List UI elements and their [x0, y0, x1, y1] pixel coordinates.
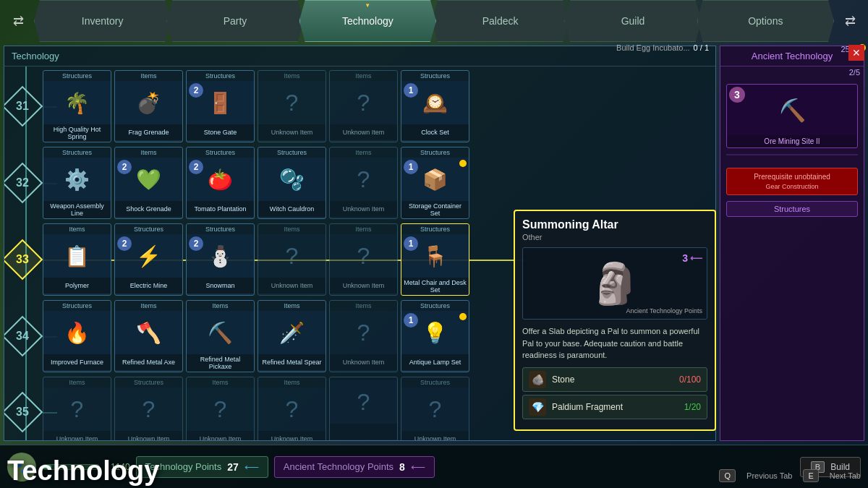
- detail-points-arrow: ⟵: [690, 253, 702, 263]
- ancient-structures-tab[interactable]: Structures: [726, 201, 858, 217]
- detail-points-val: 3 ⟵: [682, 252, 702, 264]
- detail-description: Offer a Slab depicting a Pal to summon a…: [522, 325, 707, 361]
- item-unknown-35-3[interactable]: Items ? Unknown Item: [186, 377, 255, 441]
- build-egg-label: Build Egg Incubato...: [616, 43, 690, 52]
- footer-title: Technology: [7, 455, 159, 487]
- item-unknown-32-5[interactable]: Items ? Unknown Item: [329, 147, 398, 219]
- nav-bar: ⇄ Inventory Party ▼ Technology Paldeck G…: [0, 0, 868, 42]
- item-improved-furnace[interactable]: Structures 🔥 Improved Furnace: [43, 300, 111, 372]
- tech-row-32: 32 Structures ⚙️ Weapon Assembly Line It…: [8, 147, 712, 219]
- prereq-sub: Gear Construction: [731, 183, 853, 190]
- item-witch-cauldron[interactable]: Structures 🫧 Witch Cauldron: [258, 147, 326, 219]
- ancient-points-box: Ancient Technology Points 8 ⟵: [274, 456, 435, 478]
- item-unknown-31-5[interactable]: Items ? Unknown Item: [329, 70, 398, 142]
- detail-title: Summoning Altar: [522, 218, 707, 231]
- level-32-diamond[interactable]: 32: [4, 163, 43, 204]
- ancient-badge: 3: [729, 87, 745, 103]
- build-egg-bar: Build Egg Incubato... 0 / 1: [616, 43, 709, 52]
- next-tab-label: Next Tab: [830, 471, 861, 480]
- ancient-points-val: 8: [399, 461, 405, 473]
- level-33-label: 33: [16, 253, 29, 266]
- stone-count: 0/100: [679, 374, 701, 385]
- tomato-badge: 2: [189, 160, 203, 174]
- item-weapon-assembly[interactable]: Structures ⚙️ Weapon Assembly Line: [43, 147, 111, 219]
- detail-img-area: 🗿 3 ⟵ Ancient Technology Points: [522, 247, 707, 320]
- tech-panel-title: Technology: [4, 46, 715, 67]
- close-button[interactable]: ✕: [848, 45, 864, 61]
- item-tomato-plantation[interactable]: Structures 2 🍅 Tomato Plantation: [186, 147, 255, 219]
- ancient-divider: [726, 154, 858, 155]
- paldium-icon: 💎: [529, 398, 546, 416]
- item-refined-pickaxe[interactable]: Items ⛏️ Refined Metal Pickaxe: [186, 300, 255, 372]
- metal-chair-badge: 1: [404, 236, 418, 251]
- item-snowman[interactable]: Structures 2 ⛄ Snowman: [186, 223, 255, 296]
- clock-set-badge: 1: [404, 83, 418, 98]
- ancient-points-arrow: ⟵: [411, 461, 425, 473]
- detail-points-label: Ancient Technology Points: [626, 307, 702, 314]
- item-frag-grenade[interactable]: Items 💣 Frag Grenade: [114, 70, 183, 142]
- item-high-quality-hot-spring[interactable]: Structures 🌴 High Quality Hot Spring: [43, 70, 111, 142]
- shock-grenade-badge: 2: [117, 160, 132, 174]
- row-32-items: Structures ⚙️ Weapon Assembly Line Items…: [43, 147, 469, 219]
- prereq-text: Prerequisite unobtained: [731, 173, 853, 181]
- item-unknown-35-5[interactable]: ?: [329, 377, 398, 441]
- item-unknown-35-6[interactable]: Structures ? Unknown Item: [401, 377, 469, 441]
- row-31-items: Structures 🌴 High Quality Hot Spring Ite…: [43, 70, 469, 142]
- row-34-items: Structures 🔥 Improved Furnace Items 🪓 Re…: [43, 300, 469, 372]
- level-31-diamond[interactable]: 31: [4, 86, 43, 127]
- item-unknown-34-5[interactable]: Items ? Unknown Item: [329, 300, 398, 372]
- ancient-points-label: Ancient Technology Points: [284, 461, 393, 472]
- gold-dot-34: [459, 313, 467, 320]
- prev-tab-key: Q: [719, 469, 736, 482]
- stone-gate-badge: 2: [189, 83, 203, 98]
- item-refined-axe[interactable]: Items 🪓 Refined Metal Axe: [114, 300, 183, 372]
- stone-label: Stone: [552, 374, 679, 385]
- ancient-item-ore-mining[interactable]: 3 ⛏️ Ore Mining Site II: [726, 84, 858, 148]
- ancient-item-img: 3 ⛏️: [727, 85, 857, 135]
- level-35-diamond[interactable]: 35: [4, 392, 43, 433]
- tab-technology[interactable]: ▼ Technology: [299, 0, 436, 42]
- electric-mine-badge: 2: [117, 236, 132, 251]
- ancient-panel-counter: 2/5: [720, 67, 864, 78]
- build-egg-counter: 0 / 1: [694, 43, 709, 52]
- level-34-label: 34: [16, 330, 29, 343]
- ancient-item-name: Ore Mining Site II: [727, 135, 857, 147]
- item-unknown-33-4[interactable]: Items ? Unknown Item: [258, 223, 326, 296]
- level-34-diamond[interactable]: 34: [4, 316, 43, 357]
- row-35-items: Items ? Unknown Item Structures ? Unknow…: [43, 377, 469, 441]
- tech-row-31: 31 Structures 🌴 High Quality Hot Spring …: [8, 70, 712, 142]
- tab-options[interactable]: Options: [697, 0, 834, 42]
- swap-right-icon[interactable]: ⇄: [832, 0, 868, 42]
- tab-inventory[interactable]: Inventory: [34, 0, 171, 42]
- snowman-badge: 2: [189, 236, 203, 251]
- item-storage-container[interactable]: Structures 1 📦 Storage Container Set: [401, 147, 469, 219]
- item-unknown-35-2[interactable]: Structures ? Unknown Item: [114, 377, 183, 441]
- item-antique-lamp[interactable]: Structures 1 💡 Antique Lamp Set: [401, 300, 469, 372]
- item-shock-grenade[interactable]: Items 2 💚 Shock Grenade: [114, 147, 183, 219]
- item-metal-chair[interactable]: Structures 1 🪑 Metal Chair and Desk Set: [401, 223, 469, 296]
- level-33-diamond[interactable]: 33: [4, 239, 43, 281]
- tab-paldeck-label: Paldeck: [482, 15, 519, 27]
- detail-type: Other: [522, 233, 707, 241]
- tab-paldeck[interactable]: Paldeck: [432, 0, 569, 42]
- item-refined-spear[interactable]: Items 🗡️ Refined Metal Spear: [258, 300, 326, 372]
- main-content: Technology 31 Structures 🌴 High Quality …: [0, 42, 868, 445]
- next-tab-key: E: [803, 469, 818, 482]
- prereq-box: Prerequisite unobtained Gear Constructio…: [726, 168, 858, 195]
- tab-guild-label: Guild: [621, 15, 645, 27]
- tab-hotkeys: Q Previous Tab E Next Tab: [719, 469, 861, 482]
- detail-panel: Summoning Altar Other 🗿 3 ⟵ Ancient Tech…: [514, 210, 716, 431]
- item-clock-set[interactable]: Structures 1 🕰️ Clock Set: [401, 70, 469, 142]
- item-unknown-35-1[interactable]: Items ? Unknown Item: [43, 377, 111, 441]
- item-unknown-33-5[interactable]: Items ? Unknown Item: [329, 223, 398, 296]
- item-polymer[interactable]: Items 📋 Polymer: [43, 223, 111, 296]
- item-unknown-35-4[interactable]: Items ? Unknown Item: [258, 377, 326, 441]
- material-stone: 🪨 Stone 0/100: [522, 367, 707, 392]
- material-paldium: 💎 Paldium Fragment 1/20: [522, 395, 707, 419]
- tab-party[interactable]: Party: [166, 0, 303, 42]
- swap-left-icon[interactable]: ⇄: [0, 0, 36, 42]
- item-stone-gate[interactable]: Structures 2 🚪 Stone Gate: [186, 70, 255, 142]
- item-unknown-31-4[interactable]: Items ? Unknown Item: [258, 70, 326, 142]
- item-electric-mine[interactable]: Structures 2 ⚡ Electric Mine: [114, 223, 183, 296]
- tab-guild[interactable]: Guild: [564, 0, 701, 42]
